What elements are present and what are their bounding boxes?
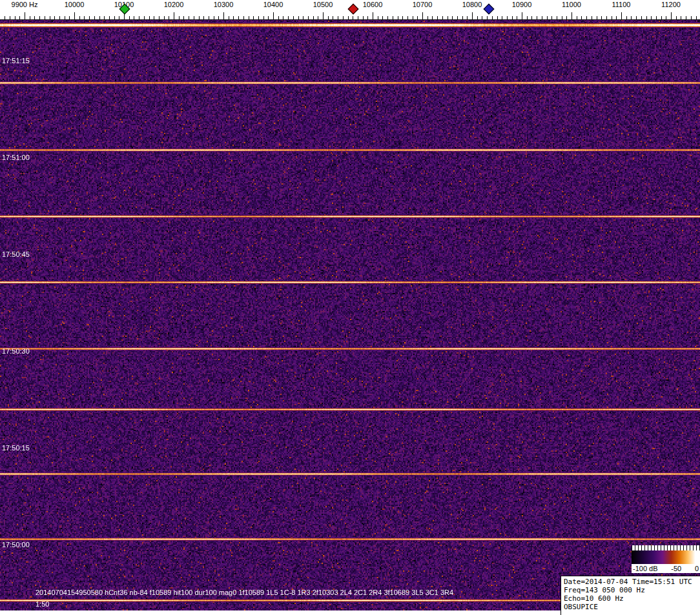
freq-minor-tick xyxy=(278,16,279,19)
freq-minor-tick xyxy=(249,16,249,19)
freq-minor-tick xyxy=(308,16,309,19)
freq-minor-tick xyxy=(288,16,289,19)
freq-minor-tick xyxy=(432,16,433,19)
info-echo-freq: Echo=10 600 Hz xyxy=(564,594,700,603)
freq-minor-tick xyxy=(164,16,165,19)
freq-minor-tick xyxy=(218,16,219,19)
freq-minor-tick xyxy=(656,16,657,19)
freq-minor-tick xyxy=(497,16,498,19)
freq-axis-label: 10400 xyxy=(263,1,283,8)
freq-minor-tick xyxy=(457,16,458,19)
freq-minor-tick xyxy=(527,16,528,19)
freq-minor-tick xyxy=(358,16,358,19)
freq-minor-tick xyxy=(45,16,45,19)
freq-minor-tick xyxy=(169,16,169,19)
freq-major-tick xyxy=(373,12,373,19)
observation-info-box: Date=2014-07-04 Time=15:51 UTC Freq=143 … xyxy=(561,576,700,615)
freq-minor-tick xyxy=(298,16,299,19)
freq-minor-tick xyxy=(5,16,5,19)
colorbar-labels: -100 dB -50 0 xyxy=(632,564,700,573)
freq-minor-tick xyxy=(189,16,189,19)
time-axis-label: 17:50:30 xyxy=(2,347,30,355)
freq-minor-tick xyxy=(144,16,145,19)
freq-minor-tick xyxy=(626,16,627,19)
freq-minor-tick xyxy=(293,16,294,19)
blue-diamond-marker[interactable] xyxy=(484,4,495,15)
freq-minor-tick xyxy=(597,16,597,19)
freq-minor-tick xyxy=(84,16,85,19)
freq-minor-tick xyxy=(686,16,686,19)
freq-minor-tick xyxy=(209,16,209,19)
freq-minor-tick xyxy=(646,16,647,19)
freq-major-tick xyxy=(671,12,672,19)
colorbar-min-label: -100 dB xyxy=(633,565,658,572)
freq-major-tick xyxy=(223,12,224,19)
freq-minor-tick xyxy=(492,16,493,19)
freq-minor-tick xyxy=(104,16,105,19)
freq-minor-tick xyxy=(39,16,40,19)
freq-minor-tick xyxy=(154,16,154,19)
freq-minor-tick xyxy=(194,16,194,19)
freq-minor-tick xyxy=(233,16,234,19)
freq-minor-tick xyxy=(681,16,681,19)
freq-minor-tick xyxy=(54,16,55,19)
colorbar-max-label: 0 xyxy=(695,565,699,572)
freq-minor-tick xyxy=(378,16,378,19)
freq-minor-tick xyxy=(547,16,548,19)
freq-minor-tick xyxy=(65,16,65,19)
red-diamond-marker[interactable] xyxy=(348,4,359,15)
freq-minor-tick xyxy=(333,16,333,19)
freq-minor-tick xyxy=(149,16,150,19)
freq-minor-tick xyxy=(338,16,338,19)
freq-minor-tick xyxy=(512,16,513,19)
freq-minor-tick xyxy=(328,16,329,19)
freq-major-tick xyxy=(522,12,522,19)
freq-major-tick xyxy=(174,12,174,19)
freq-minor-tick xyxy=(601,16,602,19)
freq-minor-tick xyxy=(30,16,30,19)
freq-minor-tick xyxy=(15,16,15,19)
waterfall-canvas xyxy=(0,19,700,610)
freq-minor-tick xyxy=(402,16,403,19)
freq-minor-tick xyxy=(119,16,119,19)
freq-minor-tick xyxy=(139,16,139,19)
freq-minor-tick xyxy=(462,16,463,19)
freq-minor-tick xyxy=(238,16,239,19)
freq-minor-tick xyxy=(229,16,229,19)
freq-major-tick xyxy=(472,12,473,19)
freq-minor-tick xyxy=(448,16,448,19)
freq-minor-tick xyxy=(69,16,70,19)
freq-minor-tick xyxy=(551,16,552,19)
freq-minor-tick xyxy=(179,16,180,19)
freq-minor-tick xyxy=(283,16,283,19)
freq-minor-tick xyxy=(109,16,110,19)
colorbar: -100 dB -50 0 xyxy=(632,545,700,573)
freq-axis-label: 10200 xyxy=(164,1,184,8)
freq-axis-label: 10300 xyxy=(214,1,234,8)
freq-minor-tick xyxy=(517,16,517,19)
freq-minor-tick xyxy=(636,16,637,19)
freq-minor-tick xyxy=(661,16,662,19)
freq-major-tick xyxy=(621,12,622,19)
freq-axis-label: 10500 xyxy=(313,1,333,8)
freq-axis-label: 11200 xyxy=(661,1,681,8)
freq-minor-tick xyxy=(616,16,617,19)
freq-minor-tick xyxy=(89,16,90,19)
freq-minor-tick xyxy=(10,16,10,19)
freq-minor-tick xyxy=(243,16,244,19)
freq-minor-tick xyxy=(452,16,453,19)
freq-minor-tick xyxy=(343,16,344,19)
freq-major-tick xyxy=(571,12,572,19)
freq-axis-label: 10700 xyxy=(413,1,433,8)
freq-major-tick xyxy=(25,12,25,19)
freq-minor-tick xyxy=(437,16,438,19)
freq-minor-tick xyxy=(34,16,35,19)
freq-minor-tick xyxy=(482,16,482,19)
freq-minor-tick xyxy=(592,16,592,19)
freq-minor-tick xyxy=(268,16,269,19)
freq-minor-tick xyxy=(581,16,582,19)
time-axis-label: 17:50:45 xyxy=(2,250,30,258)
freq-minor-tick xyxy=(651,16,652,19)
freq-minor-tick xyxy=(502,16,502,19)
info-station: OBSUPICE xyxy=(564,603,700,611)
